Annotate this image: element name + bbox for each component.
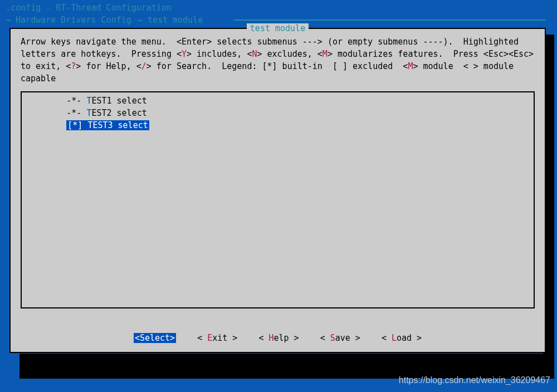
menu-list[interactable]: -*- TEST1 select -*- TEST2 select [*] TE… xyxy=(21,91,535,308)
config-window: test module Arrow keys navigate the menu… xyxy=(9,28,546,353)
box-title: test module xyxy=(247,23,309,33)
watermark: https://blog.csdn.net/weixin_36209467 xyxy=(399,374,550,386)
load-button[interactable]: < Load > xyxy=(382,332,422,344)
exit-button[interactable]: < Exit > xyxy=(197,332,237,344)
menu-item-2[interactable]: [*] TEST3 select xyxy=(26,119,529,131)
header-rule xyxy=(234,19,546,21)
button-bar: <Select>< Exit >< Help >< Save >< Load > xyxy=(11,332,545,344)
help-button[interactable]: < Help > xyxy=(258,332,299,344)
menu-item-0[interactable]: -*- TEST1 select xyxy=(26,95,529,107)
select-button[interactable]: <Select> xyxy=(134,332,176,344)
menu-item-1[interactable]: -*- TEST2 select xyxy=(26,107,529,119)
save-button[interactable]: < Save > xyxy=(320,332,360,344)
title-bar: .config - RT-Thread Configuration xyxy=(6,2,551,14)
box-title-wrap: test module xyxy=(11,22,545,35)
help-text: Arrow keys navigate the menu. <Enter> se… xyxy=(11,29,545,88)
